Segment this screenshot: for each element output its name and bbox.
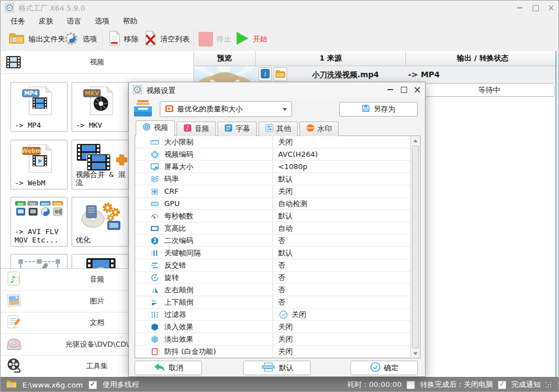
clear-list-icon	[144, 31, 157, 48]
setting-row-fps[interactable]: 每秒帧数默认	[135, 210, 410, 222]
menu-item-3[interactable]: 选项	[95, 16, 109, 26]
queue-row[interactable]: i 小刀洗澡视频.mp4 -> MP4	[194, 66, 559, 83]
setting-row-fade-out[interactable]: 淡出效果关闭	[135, 333, 410, 346]
setting-row-aspect-ratio[interactable]: 宽高比自动	[135, 222, 410, 235]
remove-button[interactable]: 移除	[108, 27, 138, 51]
clear-list-button[interactable]: 清空列表	[144, 27, 190, 51]
floppy-save-icon	[362, 104, 370, 114]
setting-row-two-pass[interactable]: 2二次编码否	[135, 235, 410, 247]
start-button[interactable]: 开始	[234, 27, 267, 51]
dialog-close-button[interactable]: ×	[412, 85, 422, 95]
tab-0[interactable]: 视频	[136, 120, 175, 136]
setting-row-rotate[interactable]: 旋转否	[135, 272, 410, 284]
settings-table: 大小限制关闭视频编码AVC(H264)屏幕大小<1080p码率默认CRF关闭GP…	[135, 136, 421, 358]
tab-2[interactable]: 字幕	[218, 122, 257, 136]
tab-4[interactable]: NEW水印	[299, 122, 339, 136]
svg-text:2: 2	[153, 239, 156, 244]
setting-row-stabilize[interactable]: 防抖 (白金功能)关闭	[135, 346, 410, 358]
menu-item-4[interactable]: 帮助	[123, 16, 137, 26]
remove-label: 移除	[124, 34, 138, 44]
setting-row-deinterlace[interactable]: 反交错否	[135, 259, 410, 272]
maximize-button[interactable]	[528, 1, 543, 15]
setting-row-screen-size[interactable]: 屏幕大小<1080p	[135, 161, 410, 173]
setting-row-flip-horizontal[interactable]: 左右颠倒否	[135, 284, 410, 296]
format-cell-merge[interactable]: 视频合并 & 混流	[71, 139, 129, 190]
cancel-button[interactable]: 取消	[135, 361, 202, 375]
setting-row-flip-vertical[interactable]: 上下颠倒否	[135, 296, 410, 309]
tab-label: 视频	[154, 123, 168, 133]
queue-header-output[interactable]: 输出 / 转换状态	[406, 51, 559, 66]
notify-checkbox[interactable]	[498, 381, 506, 389]
setting-row-size-limit[interactable]: 大小限制关闭	[135, 136, 410, 148]
setting-value: 否	[278, 235, 285, 246]
target-format: MP4	[421, 70, 440, 79]
dialog-scrollbar[interactable]	[410, 136, 420, 358]
setting-row-filter[interactable]: 过滤器off关闭	[135, 309, 410, 321]
close-button[interactable]: ×	[544, 1, 558, 15]
format-cell-mp4[interactable]: MP4 -> MP4	[10, 82, 68, 132]
profile-film-icon	[165, 104, 174, 115]
mkv-file-icon: MKV	[72, 85, 128, 118]
open-folder-button[interactable]	[274, 67, 287, 81]
svg-text:NEW: NEW	[307, 127, 313, 129]
profile-dropdown[interactable]: 最优化的质量和大小	[160, 101, 292, 117]
output-path-folder-icon[interactable]	[6, 380, 17, 390]
setting-label: 每秒帧数	[164, 210, 193, 222]
notify-label: 完成通知	[511, 380, 540, 390]
tab-3[interactable]: 其他	[258, 122, 298, 136]
save-as-button[interactable]: 另存为	[339, 102, 418, 116]
video-section-header[interactable]: 视频	[1, 51, 193, 74]
watermark-tab-icon: NEW	[306, 124, 315, 134]
minimize-button[interactable]	[512, 1, 527, 15]
format-cell-label: -> MKV	[76, 121, 127, 129]
multithread-checkbox[interactable]	[89, 381, 97, 389]
setting-row-crf[interactable]: CRF关闭	[135, 185, 410, 198]
scrollbar-thumb[interactable]	[412, 146, 419, 348]
default-button[interactable]: DEFAULT 默认	[243, 361, 311, 375]
setting-label: 左右颠倒	[164, 284, 193, 296]
format-cell-label: 视频合并 & 混流	[76, 170, 127, 187]
output-folder-button[interactable]: 输出文件夹	[8, 27, 65, 51]
output-folder-label: 输出文件夹	[29, 34, 65, 44]
scroll-down-icon[interactable]	[411, 349, 420, 358]
statusbar-right: 耗时 : 00:00:00 转换完成后 : 关闭电脑 完成通知	[347, 380, 558, 390]
setting-row-fade-in[interactable]: 淡入效果关闭	[135, 321, 410, 333]
format-cell-avi-flv[interactable]: AVIFLVMOVVOB -> AVI FLV MOV Etc...	[10, 197, 68, 247]
queue-header-source[interactable]: 1 来源	[256, 51, 406, 66]
setting-label: 过滤器	[164, 309, 186, 320]
flip-vertical-icon	[150, 297, 160, 307]
setting-row-keyframe-interval[interactable]: 关键帧间隔默认	[135, 247, 410, 259]
queue-header-preview[interactable]: 预览	[194, 51, 256, 66]
tab-1[interactable]: ♪音频	[177, 122, 216, 136]
stop-button[interactable]: 停止	[198, 27, 231, 51]
setting-label: 宽高比	[164, 222, 186, 234]
dialog-maximize-button[interactable]	[399, 85, 409, 95]
format-cell-mkv[interactable]: MKV -> MKV	[71, 82, 129, 132]
menu-item-2[interactable]: 语言	[67, 16, 81, 26]
info-icon: i	[261, 69, 270, 80]
multithread-label: 使用多线程	[103, 380, 139, 390]
setting-row-gpu[interactable]: GPUGPU自动检测	[135, 198, 410, 210]
output-folder-icon	[8, 31, 25, 47]
setting-row-bitrate[interactable]: 码率默认	[135, 173, 410, 185]
setting-label: 关键帧间隔	[164, 247, 201, 259]
options-button[interactable]: 选项	[63, 27, 97, 51]
format-cell-optimize[interactable]: 优化	[71, 197, 129, 247]
scroll-up-icon[interactable]	[411, 136, 420, 145]
bitrate-icon	[150, 174, 160, 184]
screen-size-icon	[150, 162, 160, 171]
output-path[interactable]: E:\www.x6g.com	[22, 381, 83, 389]
ok-button[interactable]: 确定	[350, 361, 418, 375]
rotate-icon	[150, 273, 160, 282]
menu-item-0[interactable]: 任务	[11, 16, 25, 26]
setting-row-video-codec[interactable]: 视频编码AVC(H264)	[135, 148, 410, 161]
video-codec-icon	[150, 150, 160, 159]
resize-grip[interactable]	[546, 382, 552, 388]
format-cell-webm[interactable]: Webm -> WebM	[10, 139, 68, 190]
menu-item-1[interactable]: 皮肤	[39, 16, 53, 26]
shutdown-after-checkbox[interactable]	[406, 381, 415, 389]
dialog-minimize-button[interactable]	[385, 85, 395, 95]
setting-label: 上下颠倒	[164, 296, 193, 308]
media-info-button[interactable]: i	[258, 67, 272, 81]
setting-value: off关闭	[278, 309, 306, 320]
